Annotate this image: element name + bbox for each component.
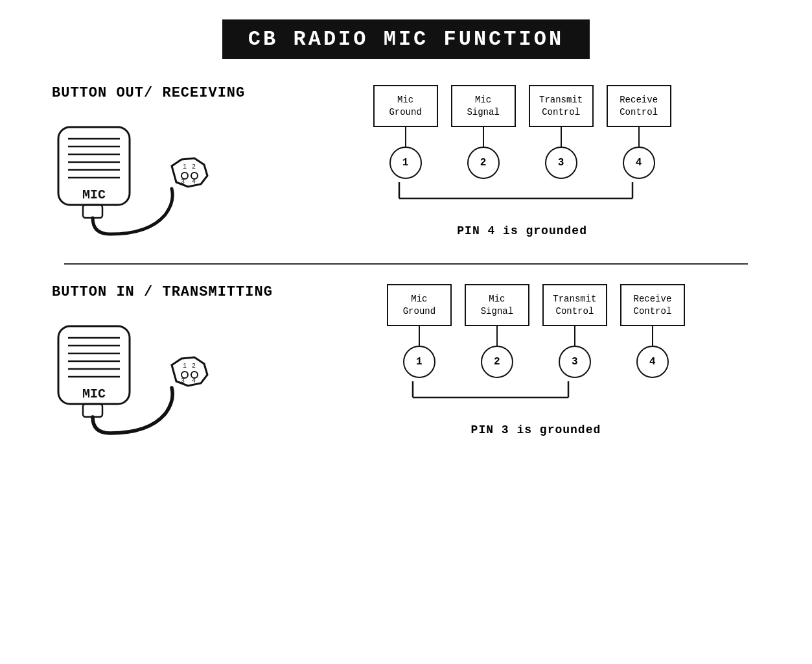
mic-connector-receiving: MIC 1 2 3 4 (52, 114, 227, 244)
section2-label: BUTTON IN / TRANSMITTING (52, 284, 273, 300)
connector-line-1-3 (561, 127, 562, 147)
pin-box-2-1: MicGround (387, 284, 452, 326)
ground-label-2: PIN 3 is grounded (471, 423, 601, 436)
pin-box-2-4: ReceiveControl (620, 284, 685, 326)
page-title: CB RADIO MIC FUNCTION (248, 27, 564, 51)
pin-box-1-1: MicGround (373, 85, 438, 127)
section-transmitting: BUTTON IN / TRANSMITTING MIC (26, 284, 786, 443)
connector-line-1-1 (405, 127, 406, 147)
ground-line-svg-1 (367, 179, 678, 215)
pin-connector-1-1: 1 (373, 127, 438, 179)
pin-lines-row-2: 1 2 3 4 (387, 326, 685, 378)
pin-box-2-3: TransmitControl (542, 284, 607, 326)
pin-circle-1-1: 1 (389, 147, 422, 179)
pin-connector-2-2: 2 (465, 326, 529, 378)
pin-connector-1-3: 3 (529, 127, 594, 179)
pin-connector-2-1: 1 (387, 326, 452, 378)
pin-connector-2-4: 4 (620, 326, 685, 378)
left-side-receiving: BUTTON OUT/ RECEIVING MIC (52, 85, 245, 244)
pin-circle-1-4: 4 (623, 147, 655, 179)
left-side-transmitting: BUTTON IN / TRANSMITTING MIC (52, 284, 273, 443)
connector-line-2-2 (496, 326, 498, 346)
connector-line-1-2 (483, 127, 484, 147)
right-side-receiving: MicGround MicSignal TransmitControl Rece… (284, 85, 760, 237)
svg-text:2: 2 (192, 362, 196, 370)
svg-text:4: 4 (192, 178, 196, 185)
ground-svg-container-2 (312, 378, 760, 414)
pin-circle-1-3: 3 (545, 147, 577, 179)
title-bar: CB RADIO MIC FUNCTION (222, 19, 590, 59)
pin-circle-2-1: 1 (403, 346, 435, 378)
svg-text:2: 2 (192, 163, 196, 171)
svg-text:MIC: MIC (82, 386, 106, 401)
pin-circle-2-2: 2 (481, 346, 513, 378)
pin-circle-2-3: 3 (559, 346, 591, 378)
mic-connector-transmitting: MIC 1 2 3 4 (52, 313, 227, 443)
connector-line-2-1 (419, 326, 420, 346)
svg-text:3: 3 (181, 178, 185, 185)
svg-marker-28 (172, 357, 207, 386)
sections-wrapper: BUTTON OUT/ RECEIVING MIC (26, 85, 786, 443)
connector-line-1-4 (638, 127, 640, 147)
section-divider (64, 263, 748, 265)
mic-svg-transmitting: MIC 1 2 3 4 (52, 313, 227, 443)
pin-circle-2-4: 4 (636, 346, 669, 378)
section1-label: BUTTON OUT/ RECEIVING (52, 85, 245, 101)
pin-box-1-3: TransmitControl (529, 85, 594, 127)
svg-rect-27 (83, 404, 102, 417)
svg-text:MIC: MIC (82, 187, 106, 202)
connector-line-2-3 (574, 326, 575, 346)
pin-connector-1-4: 4 (607, 127, 671, 179)
ground-label-1: PIN 4 is grounded (457, 224, 587, 237)
pin-boxes-row-1: MicGround MicSignal TransmitControl Rece… (373, 85, 671, 127)
pin-box-2-2: MicSignal (465, 284, 529, 326)
ground-svg-container-1 (284, 179, 760, 215)
svg-text:1: 1 (183, 163, 187, 171)
section-receiving: BUTTON OUT/ RECEIVING MIC (26, 85, 786, 244)
pin-lines-row-1: 1 2 3 4 (373, 127, 671, 179)
svg-rect-8 (83, 205, 102, 218)
svg-text:1: 1 (183, 362, 187, 370)
mic-svg-receiving: MIC 1 2 3 4 (52, 114, 227, 244)
pin-box-1-2: MicSignal (451, 85, 516, 127)
svg-text:4: 4 (192, 377, 196, 385)
pin-box-1-4: ReceiveControl (607, 85, 671, 127)
pin-circle-1-2: 2 (467, 147, 500, 179)
ground-line-svg-2 (380, 378, 691, 414)
pin-connector-2-3: 3 (542, 326, 607, 378)
svg-marker-9 (172, 158, 207, 187)
page-container: CB RADIO MIC FUNCTION BUTTON OUT/ RECEIV… (0, 0, 812, 664)
pin-boxes-row-2: MicGround MicSignal TransmitControl Rece… (387, 284, 685, 326)
svg-text:3: 3 (181, 377, 185, 385)
pin-connector-1-2: 2 (451, 127, 516, 179)
connector-line-2-4 (652, 326, 653, 346)
right-side-transmitting: MicGround MicSignal TransmitControl Rece… (312, 284, 760, 436)
